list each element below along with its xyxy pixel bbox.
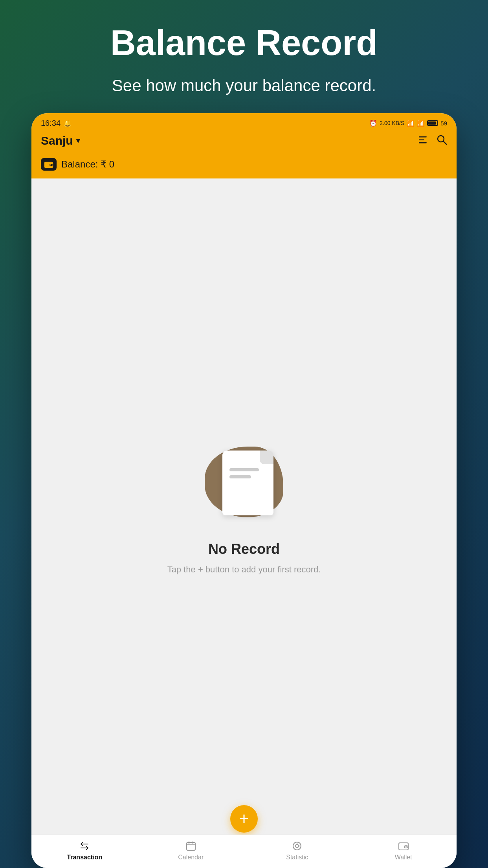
doc-line-2 <box>229 475 251 478</box>
balance-amount: Balance: ₹ 0 <box>61 159 114 170</box>
menu-icon[interactable] <box>417 135 428 147</box>
svg-point-3 <box>438 136 444 142</box>
no-record-title: No Record <box>208 541 280 557</box>
user-selector[interactable]: Sanju ▾ <box>41 134 80 147</box>
time-display: 16:34 <box>41 119 61 128</box>
nav-label-wallet: Wallet <box>395 854 412 861</box>
promo-subtitle: See how much your balance record. <box>112 74 376 97</box>
balance-bar: Balance: ₹ 0 <box>31 154 457 178</box>
nav-label-statistic: Statistic <box>286 854 308 861</box>
main-content: No Record Tap the + button to add your f… <box>31 178 457 868</box>
signal-icon: 📶 <box>417 120 425 127</box>
empty-illustration <box>201 439 287 525</box>
nav-label-transaction: Transaction <box>67 854 102 861</box>
svg-rect-8 <box>44 162 53 163</box>
search-icon[interactable] <box>436 134 447 148</box>
svg-line-4 <box>444 141 447 144</box>
statistic-icon <box>292 840 303 851</box>
wallet-icon <box>41 158 57 171</box>
phone-container: 16:34 🔔 ⏰ 2.00 KB/S 📶 📶 59 Sanju ▾ <box>31 113 457 868</box>
bottom-nav: Transaction Calendar <box>31 835 457 868</box>
status-bar: 16:34 🔔 ⏰ 2.00 KB/S 📶 📶 59 <box>31 113 457 130</box>
add-record-button[interactable]: + <box>230 805 258 833</box>
svg-point-14 <box>295 844 299 848</box>
svg-point-7 <box>50 164 51 166</box>
alarm-icon: ⏰ <box>369 120 377 127</box>
app-header: Sanju ▾ <box>31 130 457 154</box>
nav-label-calendar: Calendar <box>178 854 204 861</box>
battery-display <box>427 120 438 126</box>
data-speed: 2.00 KB/S <box>380 120 404 126</box>
nav-item-wallet[interactable]: Wallet <box>350 840 457 861</box>
nav-item-statistic[interactable]: Statistic <box>244 840 350 861</box>
svg-rect-9 <box>187 842 195 850</box>
promo-title: Balance Record <box>110 24 378 63</box>
plus-icon: + <box>239 811 249 827</box>
svg-rect-1 <box>419 139 424 140</box>
calendar-icon <box>185 840 196 851</box>
svg-point-19 <box>405 846 407 848</box>
user-name-text: Sanju <box>41 134 73 147</box>
svg-rect-0 <box>419 136 427 138</box>
battery-percent: 59 <box>440 120 447 127</box>
doc-line-1 <box>229 468 259 471</box>
wifi-icon: 📶 <box>407 120 415 127</box>
svg-rect-2 <box>419 142 427 143</box>
svg-rect-17 <box>399 843 408 850</box>
document-shape <box>222 451 273 515</box>
no-record-subtitle: Tap the + button to add your first recor… <box>167 563 321 576</box>
nav-item-transaction[interactable]: Transaction <box>31 840 138 861</box>
wallet-nav-icon <box>398 840 409 851</box>
promo-section: Balance Record See how much your balance… <box>0 0 488 113</box>
nav-item-calendar[interactable]: Calendar <box>138 840 244 861</box>
transaction-icon <box>79 840 90 851</box>
chevron-down-icon: ▾ <box>76 136 80 145</box>
notification-icon: 🔔 <box>64 120 72 127</box>
